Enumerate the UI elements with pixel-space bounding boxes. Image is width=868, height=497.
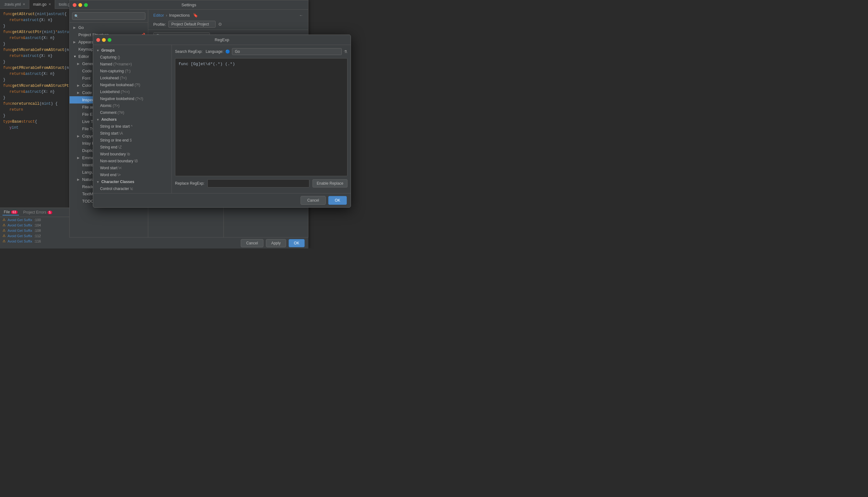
group-section-groups[interactable]: ▼ Groups — [93, 47, 171, 54]
settings-bottom-bar: Cancel Apply OK — [69, 237, 308, 248]
bookmark-icon[interactable]: 🔖 — [193, 13, 198, 18]
problem-item: ⚠ Avoid Get Suffix :104 — [0, 223, 69, 228]
dialog-maximize-button[interactable] — [108, 38, 111, 42]
dialog-body: ▼ Groups Capturing () Named (?<name>) No… — [93, 45, 351, 193]
anchor-item-str-line-start[interactable]: String or line start ^ — [93, 123, 171, 130]
settings-apply-button[interactable]: Apply — [266, 239, 286, 247]
filter-lang-icon[interactable]: ⚗ — [344, 49, 348, 54]
breadcrumb-parent[interactable]: Editor — [153, 13, 164, 18]
sidebar-label: Font — [82, 76, 90, 81]
search-icon: 🔍 — [74, 14, 79, 18]
groups-panel: ▼ Groups Capturing () Named (?<name>) No… — [93, 45, 172, 193]
group-item-capturing[interactable]: Capturing () — [93, 54, 171, 61]
arrow-icon: ▶ — [77, 156, 81, 159]
anchor-item-str-end[interactable]: String end \Z — [93, 144, 171, 151]
replace-regexp-input[interactable] — [207, 179, 309, 187]
dialog-titlebar: RegExp — [93, 35, 351, 45]
group-item-neg-lookahead[interactable]: Negative lookahead (?!) — [93, 82, 171, 88]
regex-top-row: Search RegExp: Language: 🔵 Go ⚗ — [175, 48, 348, 55]
warning-icon: ⚠ — [2, 223, 6, 227]
tab-travis[interactable]: .travis.yml ✕ — [0, 0, 29, 9]
regexp-dialog: RegExp ▼ Groups Capturing () Named (?<na… — [93, 34, 351, 208]
replace-regexp-label: Replace RegExp: — [175, 181, 204, 186]
close-button[interactable] — [73, 3, 76, 7]
close-icon[interactable]: ✕ — [48, 2, 51, 6]
problems-file-tab[interactable]: File 63 — [2, 209, 19, 215]
problems-header: File 63 Project Errors 5 — [0, 208, 69, 217]
sidebar-label: Editor — [78, 54, 89, 59]
back-icon[interactable]: ← — [299, 13, 303, 18]
dialog-title: RegExp — [215, 38, 229, 42]
sidebar-label: Keymap — [78, 47, 94, 52]
search-regexp-input[interactable]: func [Gg]et\d*(.*) (.*) — [175, 58, 348, 176]
problem-item: ⚠ Avoid Get Suffix :100 — [0, 217, 69, 223]
language-label: Language: — [206, 49, 223, 54]
settings-title: Settings — [182, 2, 196, 7]
anchor-item-word-end[interactable]: Word end \> — [93, 171, 171, 179]
dialog-ok-button[interactable]: OK — [328, 196, 347, 205]
breadcrumb: Editor › Inspections 🔖 ← — [153, 13, 303, 18]
dialog-minimize-button[interactable] — [102, 38, 106, 42]
anchor-item-word-start[interactable]: Word start \< — [93, 165, 171, 171]
group-section-label: Groups — [101, 48, 115, 53]
group-item-lookahead[interactable]: Lookahead (?=) — [93, 74, 171, 82]
charclass-item-control[interactable]: Control character \c — [93, 185, 171, 192]
arrow-icon: ▼ — [73, 55, 77, 58]
arrow-icon: ▶ — [73, 26, 77, 29]
sidebar-item-go[interactable]: ▶ Go — [70, 24, 148, 31]
breadcrumb-separator: › — [166, 13, 167, 18]
maximize-button[interactable] — [84, 3, 88, 7]
group-section-label: Anchors — [101, 117, 117, 122]
warning-icon: ⚠ — [2, 228, 6, 232]
breadcrumb-current: Inspections — [169, 13, 190, 18]
file-error-count: 63 — [11, 210, 18, 214]
search-regexp-label: Search RegExp: — [175, 49, 202, 54]
close-icon[interactable]: ✕ — [23, 2, 25, 6]
arrow-icon: ▼ — [96, 180, 99, 184]
dialog-cancel-button[interactable]: Cancel — [300, 196, 325, 205]
search-box: 🔍 — [70, 10, 148, 23]
replace-regexp-row: Replace RegExp: Enable Replace — [175, 179, 348, 187]
language-select-wrap: Language: 🔵 Go ⚗ — [206, 48, 348, 55]
settings-cancel-button[interactable]: Cancel — [241, 239, 263, 247]
arrow-icon: ▶ — [77, 91, 81, 94]
settings-titlebar: Settings — [70, 0, 308, 10]
project-error-count: 5 — [47, 211, 53, 214]
problems-project-errors-tab[interactable]: Project Errors 5 — [22, 210, 54, 215]
problems-bar: File 63 Project Errors 5 ⚠ Avoid Get Suf… — [0, 208, 69, 248]
settings-ok-button[interactable]: OK — [289, 239, 305, 247]
anchor-item-str-line-end[interactable]: String or line end $ — [93, 137, 171, 144]
sidebar-label: TODO — [82, 199, 94, 203]
profile-select[interactable]: Project Default Project — [168, 21, 215, 28]
dialog-close-button[interactable] — [96, 38, 100, 42]
group-item-neg-lookbehind[interactable]: Negative lookbehind (?<!) — [93, 95, 171, 102]
group-item-atomic[interactable]: Atomic (?>) — [93, 102, 171, 109]
group-item-comment[interactable]: Comment (?#) — [93, 109, 171, 116]
groups-list: ▼ Groups Capturing () Named (?<name>) No… — [93, 45, 171, 193]
group-item-named[interactable]: Named (?<name>) — [93, 61, 171, 68]
group-item-lookbehind[interactable]: Lookbehind (?<=) — [93, 88, 171, 95]
dialog-traffic-lights — [96, 38, 111, 42]
regex-panel: Search RegExp: Language: 🔵 Go ⚗ func [Gg… — [172, 45, 351, 193]
dialog-footer: Cancel OK — [93, 193, 351, 207]
anchor-item-non-word-boundary[interactable]: Non-word boundary \B — [93, 158, 171, 165]
group-section-char-classes[interactable]: ▼ Character Classes — [93, 179, 171, 185]
language-dropdown[interactable]: Go — [232, 48, 342, 55]
arrow-icon: ▶ — [77, 84, 81, 87]
group-section-anchors[interactable]: ▼ Anchors — [93, 116, 171, 123]
arrow-icon: ▶ — [77, 178, 81, 181]
group-section-label: Character Classes — [101, 180, 135, 184]
arrow-icon: ▶ — [73, 40, 77, 44]
group-item-non-capturing[interactable]: Non-capturing (?:) — [93, 68, 171, 74]
settings-search-input[interactable] — [72, 12, 145, 20]
go-lang-icon: 🔵 — [225, 49, 230, 54]
minimize-button[interactable] — [78, 3, 82, 7]
gear-icon[interactable]: ⚙ — [218, 22, 222, 27]
enable-replace-button[interactable]: Enable Replace — [312, 179, 348, 187]
problem-item: ⚠ Avoid Get Suffix :108 — [0, 228, 69, 233]
warning-icon: ⚠ — [2, 239, 6, 243]
settings-header: Editor › Inspections 🔖 ← Profile: Projec… — [148, 10, 308, 30]
anchor-item-str-start[interactable]: String start \A — [93, 130, 171, 137]
tab-main[interactable]: main.go ✕ — [29, 0, 55, 9]
anchor-item-word-boundary[interactable]: Word boundary \b — [93, 151, 171, 158]
